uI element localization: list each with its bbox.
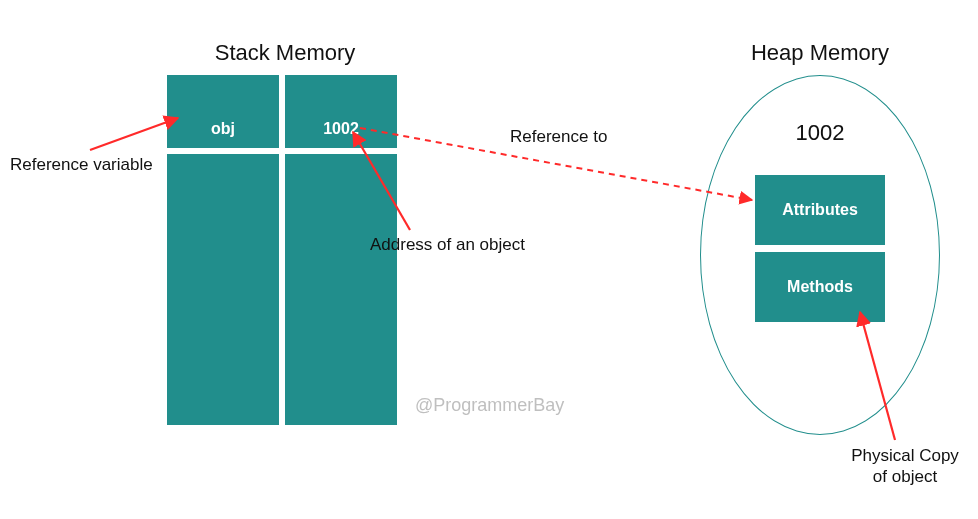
label-reference-to: Reference to xyxy=(510,127,607,147)
arrow-reference-variable xyxy=(90,118,178,150)
heap-attributes-label: Attributes xyxy=(782,201,858,219)
label-physical-copy: Physical Copy of object xyxy=(840,445,970,488)
label-physical-copy-line1: Physical Copy xyxy=(840,445,970,466)
heap-attributes-block: Attributes xyxy=(755,175,885,245)
heap-address: 1002 xyxy=(755,120,885,146)
heap-title: Heap Memory xyxy=(720,40,920,66)
stack-horizontal-separator xyxy=(167,148,397,154)
watermark: @ProgrammerBay xyxy=(415,395,564,416)
stack-variable-name: obj xyxy=(167,120,279,138)
label-physical-copy-line2: of object xyxy=(840,466,970,487)
label-address-of-object: Address of an object xyxy=(370,235,525,255)
stack-title: Stack Memory xyxy=(170,40,400,66)
heap-methods-label: Methods xyxy=(787,278,853,296)
stack-address-value: 1002 xyxy=(285,120,397,138)
label-reference-variable: Reference variable xyxy=(10,155,153,175)
heap-methods-block: Methods xyxy=(755,252,885,322)
